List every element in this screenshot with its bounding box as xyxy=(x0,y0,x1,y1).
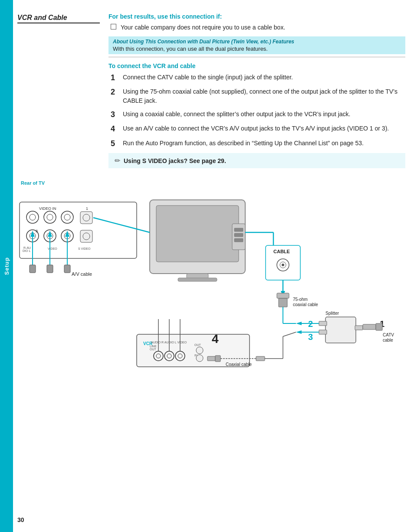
svg-rect-59 xyxy=(325,317,356,343)
svg-rect-62 xyxy=(355,326,363,330)
svg-rect-42 xyxy=(234,233,243,237)
step-number: 2 xyxy=(111,87,123,97)
svg-marker-68 xyxy=(296,330,302,334)
connect-heading: To connect the VCR and cable xyxy=(108,62,405,69)
svg-rect-34 xyxy=(47,265,53,273)
svg-text:1: 1 xyxy=(86,206,88,211)
svg-rect-61 xyxy=(319,330,327,334)
svg-point-6 xyxy=(44,211,56,223)
svg-text:coaxial cable: coaxial cable xyxy=(293,302,318,307)
svg-rect-55 xyxy=(279,298,287,307)
divider xyxy=(108,57,405,57)
sidebar-label: Setup xyxy=(3,257,10,275)
title-section: VCR and Cable For best results, use this… xyxy=(17,13,405,176)
svg-text:Splitter: Splitter xyxy=(325,311,339,316)
svg-marker-25 xyxy=(30,231,35,237)
main-content: VCR and Cable For best results, use this… xyxy=(17,0,405,372)
svg-marker-29 xyxy=(65,231,69,237)
step-number: 3 xyxy=(111,110,123,120)
step-text: Use an A/V cable to connect the VCR’s A/… xyxy=(123,124,405,133)
svg-point-86 xyxy=(196,347,203,354)
sidebar: Setup xyxy=(0,0,13,532)
diagram-svg: VIDEO IN 1 3 R-AU xyxy=(13,189,404,371)
svg-rect-60 xyxy=(319,321,327,326)
step-number: 4 xyxy=(111,124,123,134)
step-number: 1 xyxy=(111,73,123,83)
svg-point-9 xyxy=(64,214,70,220)
svg-marker-65 xyxy=(296,322,302,325)
step-item: 2Using the 75-ohm coaxial cable (not sup… xyxy=(111,87,405,105)
section-title: VCR and Cable xyxy=(17,13,100,23)
svg-point-5 xyxy=(30,214,36,220)
checkbox-box xyxy=(111,24,116,29)
diagram-area: Rear of TV VIDEO IN 1 3 xyxy=(13,180,405,372)
checkbox-text: Your cable company does not require you … xyxy=(121,23,285,32)
svg-text:A/V cable: A/V cable xyxy=(72,271,92,277)
svg-rect-71 xyxy=(376,323,382,330)
svg-rect-18 xyxy=(80,230,92,242)
step-item: 4Use an A/V cable to connect the VCR’s A… xyxy=(111,124,405,134)
note-text: Using S VIDEO jacks? See page 29. xyxy=(124,157,226,164)
svg-text:DIO L: DIO L xyxy=(23,249,30,252)
svg-text:Coaxial cable: Coaxial cable xyxy=(226,362,252,367)
svg-point-4 xyxy=(26,211,39,223)
svg-rect-90 xyxy=(207,356,215,361)
svg-text:VIDEO  IN: VIDEO IN xyxy=(39,206,56,211)
svg-rect-39 xyxy=(178,278,217,281)
info-banner-text: With this connection, you can use all th… xyxy=(113,46,401,52)
svg-line-97 xyxy=(283,332,296,336)
svg-rect-10 xyxy=(80,212,92,224)
svg-text:CATV: CATV xyxy=(383,333,394,337)
svg-text:OUT: OUT xyxy=(194,343,201,346)
svg-text:cable: cable xyxy=(383,338,393,343)
svg-point-51 xyxy=(282,264,284,266)
svg-line-46 xyxy=(93,218,150,232)
svg-text:VIDEO: VIDEO xyxy=(48,247,57,250)
info-banner-title: About Using This Connection with Dual Pi… xyxy=(113,39,401,45)
svg-text:S VIDEO: S VIDEO xyxy=(78,247,91,250)
svg-rect-41 xyxy=(234,228,243,232)
step-text: Using the 75-ohm coaxial cable (not supp… xyxy=(123,87,405,105)
page-number: 30 xyxy=(17,516,24,523)
svg-text:4: 4 xyxy=(212,332,219,346)
info-banner: About Using This Connection with Dual Pi… xyxy=(108,36,405,54)
rear-tv-label: Rear of TV xyxy=(21,180,45,186)
steps-list: 1Connect the CATV cable to the single (i… xyxy=(111,73,405,149)
step-text: Using a coaxial cable, connect the split… xyxy=(123,110,405,119)
svg-text:75-ohm: 75-ohm xyxy=(293,297,308,302)
step-number: 5 xyxy=(111,139,123,149)
svg-text:CABLE: CABLE xyxy=(273,249,290,254)
step-text: Run the Auto Program function, as descri… xyxy=(123,139,405,148)
svg-text:LINE: LINE xyxy=(150,345,157,348)
svg-point-7 xyxy=(47,214,53,220)
note-icon: ✏ xyxy=(115,157,120,165)
svg-rect-54 xyxy=(277,293,289,298)
checkbox-item: Your cable company does not require you … xyxy=(111,23,405,32)
best-results-label: For best results, use this connection if… xyxy=(108,13,405,20)
svg-point-8 xyxy=(61,211,73,223)
svg-text:3: 3 xyxy=(308,332,313,342)
svg-point-88 xyxy=(196,355,203,362)
svg-rect-35 xyxy=(64,265,70,273)
svg-rect-33 xyxy=(30,265,36,273)
svg-marker-27 xyxy=(48,231,52,237)
svg-text:OUT: OUT xyxy=(150,348,157,351)
svg-rect-43 xyxy=(234,238,243,242)
svg-rect-70 xyxy=(363,324,376,330)
step-item: 3Using a coaxial cable, connect the spli… xyxy=(111,110,405,120)
svg-rect-93 xyxy=(256,356,265,361)
step-text: Connect the CATV cable to the single (in… xyxy=(123,73,405,82)
content-right: For best results, use this connection if… xyxy=(108,13,405,176)
svg-rect-37 xyxy=(156,206,239,262)
step-item: 1Connect the CATV cable to the single (i… xyxy=(111,73,405,83)
step-item: 5Run the Auto Program function, as descr… xyxy=(111,139,405,149)
svg-text:R-AU: R-AU xyxy=(23,246,31,249)
svg-rect-91 xyxy=(215,356,220,362)
note-box: ✏ Using S VIDEO jacks? See page 29. xyxy=(108,153,405,168)
